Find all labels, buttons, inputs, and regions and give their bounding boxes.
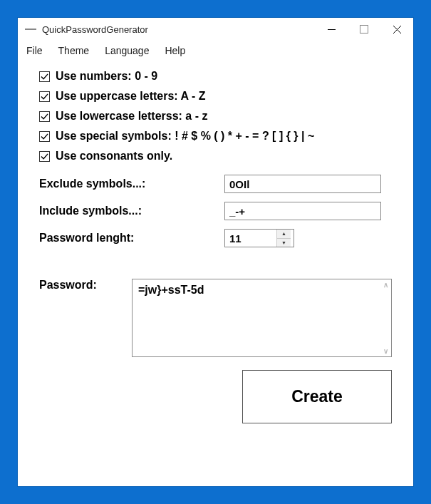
option-special-row: Use special symbols: ! # $ % ( ) * + - =…: [39, 130, 392, 143]
create-label: Create: [291, 387, 343, 406]
label-numbers: Use numbers: 0 - 9: [56, 70, 157, 83]
window-controls: [315, 18, 413, 41]
menu-language[interactable]: Language: [105, 45, 149, 56]
password-output[interactable]: =jw}+ssT-5d ∧ ∨: [132, 279, 392, 357]
checkbox-consonants[interactable]: [39, 151, 50, 162]
label-lowercase: Use lowercase letterss: a - z: [56, 110, 207, 123]
length-row: Password lenght: ▲ ▼: [39, 229, 392, 247]
content-area: Use numbers: 0 - 9 Use uppercase letters…: [18, 61, 413, 438]
close-button[interactable]: [380, 18, 413, 41]
check-icon: [41, 113, 48, 120]
password-value: =jw}+ssT-5d: [138, 284, 204, 296]
spinner-down-button[interactable]: ▼: [277, 239, 291, 247]
label-uppercase: Use uppercase letters: A - Z: [56, 90, 205, 103]
include-row: Include symbols...:: [39, 202, 392, 220]
app-icon: [25, 29, 36, 30]
include-label: Include symbols...:: [39, 205, 224, 217]
exclude-row: Exclude symbols...:: [39, 175, 392, 193]
create-button[interactable]: Create: [242, 370, 392, 423]
check-icon: [41, 153, 48, 160]
password-label: Password:: [39, 279, 132, 292]
option-numbers-row: Use numbers: 0 - 9: [39, 70, 392, 83]
app-window: QuickPasswordGenerator File Theme Langua…: [18, 18, 413, 486]
length-input[interactable]: [225, 230, 276, 247]
menubar: File Theme Language Help: [18, 41, 413, 61]
checkbox-lowercase[interactable]: [39, 111, 50, 122]
check-icon: [41, 133, 48, 140]
checkbox-special[interactable]: [39, 131, 50, 142]
label-consonants: Use consonants only.: [56, 150, 172, 163]
option-uppercase-row: Use uppercase letters: A - Z: [39, 90, 392, 103]
minimize-button[interactable]: [315, 18, 348, 41]
spinner-up-button[interactable]: ▲: [277, 230, 291, 239]
close-icon: [393, 26, 401, 34]
checkbox-numbers[interactable]: [39, 71, 50, 82]
scroll-down-icon: ∨: [381, 347, 390, 355]
check-icon: [41, 73, 48, 81]
password-row: Password: =jw}+ssT-5d ∧ ∨: [39, 279, 392, 357]
exclude-input[interactable]: [224, 175, 381, 193]
spinner-buttons: ▲ ▼: [276, 230, 291, 247]
option-lowercase-row: Use lowercase letterss: a - z: [39, 110, 392, 123]
menu-file[interactable]: File: [26, 45, 43, 56]
check-icon: [41, 93, 48, 101]
window-title: QuickPasswordGenerator: [42, 24, 315, 35]
scroll-up-icon: ∧: [381, 281, 390, 289]
length-spinner: ▲ ▼: [224, 229, 294, 247]
include-input[interactable]: [224, 202, 381, 220]
maximize-button[interactable]: [348, 18, 380, 41]
titlebar: QuickPasswordGenerator: [18, 18, 413, 41]
exclude-label: Exclude symbols...:: [39, 178, 224, 190]
menu-help[interactable]: Help: [165, 45, 185, 56]
menu-theme[interactable]: Theme: [58, 45, 90, 56]
option-consonants-row: Use consonants only.: [39, 150, 392, 163]
checkbox-uppercase[interactable]: [39, 91, 50, 102]
label-special: Use special symbols: ! # $ % ( ) * + - =…: [56, 130, 314, 143]
length-label: Password lenght:: [39, 232, 224, 245]
